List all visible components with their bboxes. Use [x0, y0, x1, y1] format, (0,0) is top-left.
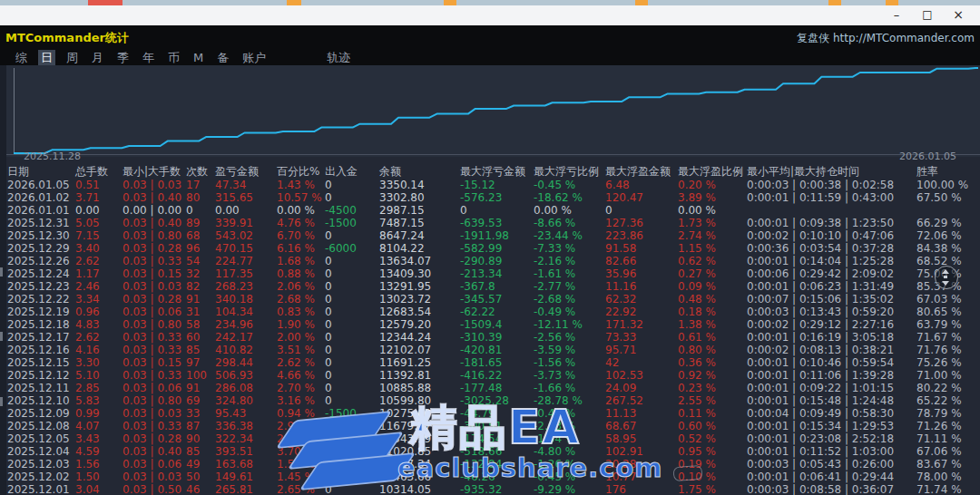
table-cell: 340.18 — [215, 293, 277, 306]
menu-item-备[interactable]: 备 — [214, 50, 231, 65]
table-cell: 543.02 — [215, 229, 277, 242]
table-row[interactable]: 2025.12.315.050.03 | 0.4089339.914.76 %-… — [0, 217, 980, 229]
table-cell: 12683.54 — [379, 306, 460, 318]
table-cell: 1.73 % — [678, 217, 747, 229]
table-cell: 0 — [325, 293, 379, 306]
table-cell: 33 — [186, 407, 215, 420]
menu-bar: 综日周月季年币M备账户轨迹 — [13, 48, 361, 64]
table-row[interactable]: 2025.12.190.960.03 | 0.0631104.340.83 %0… — [0, 306, 980, 318]
table-row[interactable]: 2025.12.262.620.03 | 0.3354224.771.68 %0… — [0, 255, 980, 267]
table-cell: 0.92 % — [678, 369, 747, 382]
table-row[interactable]: 2025.12.044.590.03 | 0.4085393.513.70 %0… — [0, 445, 980, 458]
table-row[interactable]: 2025.12.031.560.03 | 0.0649163.681.56 %0… — [0, 458, 980, 471]
table-cell: 0.95 % — [678, 445, 747, 458]
table-row[interactable]: 2025.12.241.170.03 | 0.1532117.350.88 %0… — [0, 267, 980, 280]
brand-link[interactable]: 复盘侠 http://MTCommander.com — [797, 31, 975, 46]
table-row[interactable]: 2025.12.307.150.03 | 0.8068543.026.70 %0… — [0, 229, 980, 242]
table-row[interactable]: 2025.12.153.300.03 | 0.1597298.442.62 %0… — [0, 356, 980, 369]
table-row[interactable]: 2025.12.232.460.03 | 0.0382268.232.06 %0… — [0, 280, 980, 293]
menu-item-币[interactable]: 币 — [165, 50, 182, 65]
table-cell: 91 — [186, 293, 215, 306]
table-cell: 12102.07 — [379, 344, 460, 356]
table-cell: 0 — [325, 420, 379, 432]
menu-item-年[interactable]: 年 — [140, 50, 157, 65]
table-row[interactable]: 2025.12.090.990.03 | 0.033395.430.94 %-1… — [0, 407, 980, 420]
menu-item-账户[interactable]: 账户 — [240, 50, 269, 65]
column-header-3: 最小|大手数 — [122, 164, 181, 180]
column-header-5: 盈亏金额 — [215, 164, 259, 180]
table-row[interactable]: 2025.12.053.430.03 | 0.2890322.342.92 %0… — [0, 432, 980, 445]
table-cell: 6.70 % — [277, 229, 325, 242]
table-cell: 22.92 — [605, 306, 678, 318]
table-cell: 2.62 — [75, 331, 122, 344]
os-titlebar: – □ × — [0, 5, 980, 26]
table-cell: -213.34 — [460, 267, 534, 280]
table-row[interactable]: 2025.12.125.100.03 | 0.33100506.934.66 %… — [0, 369, 980, 382]
table-cell: 3.30 — [75, 356, 122, 369]
table-row[interactable]: 2025.12.021.500.03 | 0.0350149.611.45 %0… — [0, 471, 980, 483]
table-cell: 10.77 — [605, 471, 678, 483]
table-cell: 5.05 — [75, 217, 122, 229]
table-cell: 82 — [186, 280, 215, 293]
table-cell: 0.18 % — [678, 306, 747, 318]
table-cell: 2025.12.08 — [7, 420, 75, 432]
table-cell: 2026.01.02 — [7, 191, 75, 204]
table-cell: -420.81 — [460, 344, 534, 356]
table-row[interactable]: 2025.12.112.850.03 | 0.0691286.082.70 %0… — [0, 382, 980, 394]
minimize-button[interactable]: – — [882, 5, 911, 24]
table-cell: -1.66 % — [534, 382, 605, 394]
table-cell: 24.09 — [605, 382, 678, 394]
table-cell: 0.03 | 0.15 — [122, 267, 186, 280]
table-cell: 84.38 % — [916, 242, 980, 255]
table-row[interactable]: 2026.01.023.710.03 | 0.4080315.6510.57 %… — [0, 191, 980, 204]
table-cell: 2025.12.19 — [7, 306, 75, 318]
table-cell: 11392.81 — [379, 369, 460, 382]
table-row[interactable]: 2026.01.050.510.03 | 0.031747.341.43 %03… — [0, 179, 980, 191]
table-cell: 65.22 % — [916, 394, 980, 407]
menu-item-季[interactable]: 季 — [114, 50, 132, 65]
table-cell: 5.10 — [75, 369, 122, 382]
table-row[interactable]: 2025.12.105.830.03 | 0.8069324.803.16 %0… — [0, 394, 980, 407]
table-cell: 0.27 % — [678, 267, 747, 280]
table-cell: 0:00:03 | 0:13:43 | 0:59:20 — [747, 306, 916, 318]
table-cell: 2025.12.05 — [7, 432, 75, 445]
table-row[interactable]: 2025.12.184.830.03 | 0.8058234.961.90 %0… — [0, 318, 980, 331]
table-cell: 11343.19 — [379, 432, 460, 445]
table-row[interactable]: 2025.12.013.040.03 | 0.5046265.812.65 %0… — [0, 483, 980, 495]
table-cell: 0.03 | 0.06 — [122, 382, 186, 394]
table-cell: 0 — [325, 471, 379, 483]
menu-item-周[interactable]: 周 — [64, 50, 81, 65]
scroll-up-arrow-icon — [942, 269, 949, 274]
table-cell: 149.61 — [215, 471, 277, 483]
table-cell: 10627.34 — [379, 458, 460, 471]
table-cell: 339.91 — [215, 217, 277, 229]
table-cell: 69 — [186, 394, 215, 407]
table-header-row: 日期总手数最小|大手数次数盈亏金额百分比%出入金余额最大浮亏金额最大浮亏比例最大… — [0, 164, 980, 178]
menu-item-M[interactable]: M — [191, 50, 206, 65]
table-cell: -2.56 % — [534, 331, 605, 344]
maximize-button[interactable]: □ — [913, 5, 942, 24]
table-row[interactable]: 2025.12.172.620.03 | 0.3360242.172.00 %0… — [0, 331, 980, 344]
menu-item-综[interactable]: 综 — [13, 50, 30, 65]
table-row[interactable]: 2025.12.164.160.03 | 0.3385410.823.51 %0… — [0, 344, 980, 356]
table-row[interactable]: 2025.12.084.070.03 | 0.3387336.382.97 %0… — [0, 420, 980, 432]
table-cell: 100.00 % — [916, 179, 980, 191]
close-button[interactable]: × — [944, 5, 973, 24]
table-row[interactable]: 2025.12.293.400.03 | 0.2896470.156.16 %-… — [0, 242, 980, 255]
column-header-2: 总手数 — [75, 164, 108, 180]
table-cell: 176 — [605, 483, 678, 495]
table-cell: 67.50 % — [916, 191, 980, 204]
table-row[interactable]: 2025.12.223.340.03 | 0.2891340.182.68 %0… — [0, 293, 980, 306]
menu-item-月[interactable]: 月 — [89, 50, 106, 65]
menu-item-轨迹[interactable]: 轨迹 — [324, 50, 353, 65]
table-cell: 75.26 % — [916, 356, 980, 369]
table-cell: 71.26 % — [916, 420, 980, 432]
table-cell: 0.03 | 0.28 — [122, 293, 186, 306]
menu-item-日[interactable]: 日 — [38, 50, 55, 65]
table-cell: 71.74 % — [916, 483, 980, 495]
table-row[interactable]: 2026.01.010.000.00 | 0.0000.000.00 %-450… — [0, 204, 980, 217]
table-cell: 0.03 | 0.33 — [122, 331, 186, 344]
table-cell: 2025.12.10 — [7, 394, 75, 407]
table-cell: 0:00:01 | 0:14:04 | 1:25:28 — [747, 255, 916, 267]
table-cell: -181.65 — [460, 356, 534, 369]
